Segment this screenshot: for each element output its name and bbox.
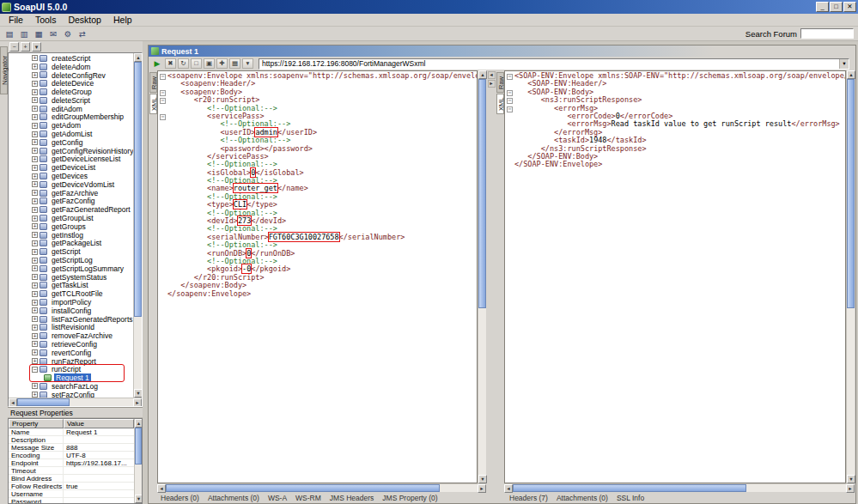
expander-icon[interactable]: + [32,181,38,187]
navigator-tab[interactable]: Navigator [0,46,8,94]
expander-icon[interactable]: + [32,55,38,61]
tree-item-gettclrootfile[interactable]: +getTCLRootFile [9,289,133,298]
minimize-button[interactable]: _ [816,2,829,12]
tree-item-setfazconfig[interactable]: +setFazConfig [9,391,133,398]
tree-item-retrieveconfig[interactable]: +retrieveConfig [9,340,133,349]
scroll-left-icon[interactable]: ◄ [9,398,17,407]
expander-icon[interactable]: + [32,265,38,271]
expander-icon[interactable]: + [32,291,38,297]
preferences-icon[interactable]: ⚙ [61,27,75,40]
expander-icon[interactable]: − [32,367,38,373]
expand-all-icon[interactable]: + [21,42,30,52]
tree-item-listrevisionid[interactable]: +listRevisionId [9,324,133,332]
tree-item-getscriptlog[interactable]: +getScriptLog [9,256,133,264]
request-horizontal-scrollbar[interactable]: ◄ ► [157,483,486,492]
tree-item-gettasklist[interactable]: +getTaskList [9,282,133,290]
request-tab-jms-property-0[interactable]: JMS Property (0) [382,494,437,502]
tree-item-deletescript[interactable]: +deleteScript [9,96,133,105]
scroll-thumb[interactable] [17,398,70,406]
tree-item-createscript[interactable]: +createScript [9,54,133,63]
properties-scrollbar[interactable]: ▲ ▼ [134,419,142,503]
scroll-down-icon[interactable]: ▼ [135,495,143,503]
fold-collapse-icon[interactable]: − [160,90,166,96]
expander-icon[interactable]: + [32,64,38,70]
tree-item-runfazreport[interactable]: +runFazReport [9,357,133,366]
menu-desktop[interactable]: Desktop [62,15,107,25]
expander-icon[interactable]: + [32,72,38,78]
dump-file-icon[interactable]: ▾ [242,58,253,69]
tree-item-getconfigrevisionhistory[interactable]: +getConfigRevisionHistory [9,147,133,155]
splitter-collapse-right-icon[interactable]: ► [488,80,496,88]
tree-item-editgroupmembership[interactable]: +editGroupMembership [9,113,133,122]
tree-item-getfazgeneratedreport[interactable]: +getFazGeneratedReport [9,205,133,214]
close-button[interactable]: ✕ [843,2,856,12]
pane-splitter[interactable]: ◄ ► [486,70,496,492]
new-project-icon[interactable]: ▤ [3,27,16,40]
response-vertical-scrollbar[interactable]: ▲ ▼ [846,70,855,483]
expander-icon[interactable]: + [32,173,38,179]
search-forum-input[interactable] [800,28,854,39]
scroll-up-icon[interactable]: ▲ [847,70,855,79]
expander-icon[interactable]: + [32,89,38,95]
cancel-request-button[interactable]: ✖ [165,58,176,69]
tree-item-runscript[interactable]: −runScript [9,365,133,373]
maximize-button[interactable]: □ [830,2,843,12]
request-tab-headers-0[interactable]: Headers (0) [161,494,199,502]
add-to-testcase-icon[interactable]: ✚ [216,58,228,69]
expander-icon[interactable]: + [32,249,38,255]
response-xml-editor[interactable]: −<SOAP-ENV:Envelope xmlns:SOAP-ENV="http… [504,70,846,483]
properties-column-property[interactable]: Property [9,419,64,428]
tree-item-editadom[interactable]: +editAdom [9,105,133,113]
tree-vertical-scrollbar[interactable]: ▲ ▼ [133,53,142,398]
scroll-thumb[interactable] [513,484,746,492]
expander-icon[interactable]: + [32,114,38,120]
tree-item-installconfig[interactable]: +installConfig [9,307,133,315]
fold-collapse-icon[interactable]: − [160,98,166,104]
create-empty-request-icon[interactable]: □ [191,58,202,69]
expander-icon[interactable]: + [32,240,38,246]
side-tab-xml[interactable]: XML [496,94,504,114]
request-xml-editor[interactable]: −<soapenv:Envelope xmlns:soapenv="http:/… [157,70,478,483]
tree-item-getgrouplist[interactable]: +getGroupList [9,214,133,222]
expander-icon[interactable]: + [32,198,38,204]
tree-item-getsystemstatus[interactable]: +getSystemStatus [9,273,133,282]
property-row-password[interactable]: Password [9,498,134,504]
menu-help[interactable]: Help [107,15,138,25]
expander-icon[interactable]: + [32,307,38,313]
expander-icon[interactable]: + [32,190,38,196]
request-tab-attachments-0[interactable]: Attachments (0) [208,494,259,502]
tree-item-getscript[interactable]: +getScript [9,247,133,256]
response-tab-headers-7[interactable]: Headers (7) [509,494,548,502]
expander-icon[interactable]: + [32,349,38,355]
tree-item-getdevicelicenselist[interactable]: +getDeviceLicenseList [9,155,133,164]
expander-icon[interactable]: + [32,300,38,306]
expander-icon[interactable]: + [32,274,38,280]
response-tab-ssl-info[interactable]: SSL Info [617,494,644,502]
fold-collapse-icon[interactable]: − [507,98,513,104]
scroll-thumb[interactable] [478,79,486,308]
tree-item-deleteadom[interactable]: +deleteAdom [9,63,133,71]
tree-item-revertconfig[interactable]: +revertConfig [9,349,133,357]
endpoint-url-input[interactable] [259,59,839,69]
side-tab-xml[interactable]: XML [149,94,157,114]
scroll-thumb[interactable] [847,79,855,308]
scroll-thumb[interactable] [135,428,142,465]
fold-collapse-icon[interactable]: − [160,74,166,80]
tree-item-removefazarchive[interactable]: +removeFazArchive [9,331,133,340]
request-window-titlebar[interactable]: Request 1 [149,46,855,57]
expander-icon[interactable]: + [32,148,38,154]
expander-icon[interactable]: + [32,207,38,213]
fold-collapse-icon[interactable]: − [507,90,513,96]
expander-icon[interactable]: + [32,316,38,322]
recreate-request-icon[interactable]: ↻ [178,58,189,69]
expander-icon[interactable]: + [32,258,38,264]
scroll-right-icon[interactable]: ► [133,398,142,407]
forums-icon[interactable]: ✉ [46,27,60,40]
scroll-thumb[interactable] [166,484,440,492]
response-tab-attachments-0[interactable]: Attachments (0) [557,494,608,502]
expander-icon[interactable]: + [32,165,38,171]
expander-icon[interactable]: + [32,358,38,364]
submit-request-button[interactable]: ▶ [151,58,163,70]
tree-item-getfazarchive[interactable]: +getFazArchive [9,189,133,197]
scroll-down-icon[interactable]: ▼ [847,475,855,483]
